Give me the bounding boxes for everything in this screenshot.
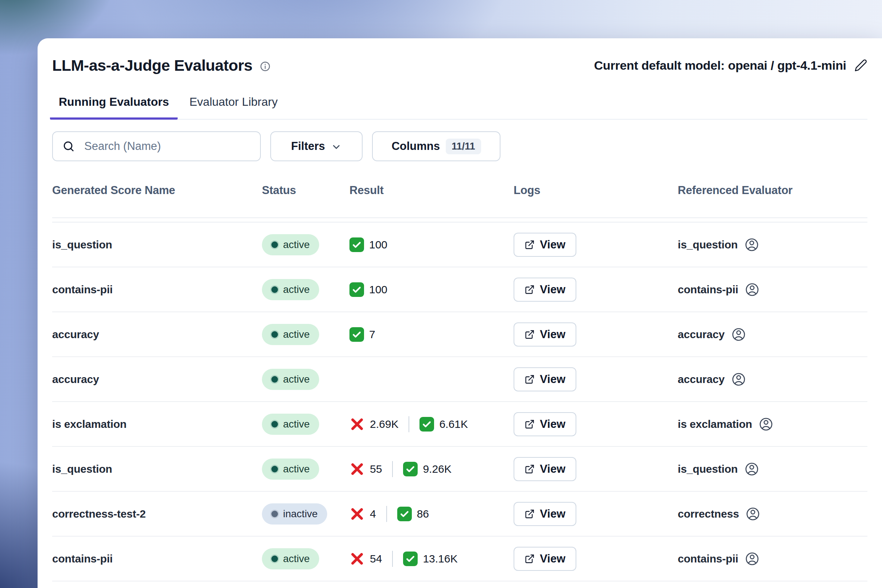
external-link-icon	[525, 240, 535, 250]
score-name: is_question	[52, 463, 262, 475]
search-box	[52, 131, 261, 161]
external-link-icon	[525, 329, 535, 340]
fail-cross-icon	[350, 551, 365, 567]
status-dot-icon	[272, 421, 278, 428]
referenced-evaluator-name: is_question	[678, 463, 738, 475]
status-badge: active	[262, 279, 319, 300]
pass-count: 7	[369, 328, 375, 341]
external-link-icon	[525, 419, 535, 429]
score-name: is_question	[52, 238, 262, 251]
user-circle-icon	[744, 237, 759, 252]
status-dot-icon	[272, 286, 278, 293]
fail-count: 55	[370, 463, 382, 475]
column-header-status: Status	[262, 184, 350, 197]
table-row[interactable]: contains-pii active 54 13.16K View conta…	[52, 537, 867, 581]
score-name: contains-pii	[52, 284, 262, 296]
table-toolbar: Filters Columns 11/11	[52, 131, 867, 161]
status-badge: active	[262, 369, 319, 390]
table-row[interactable]: is_question active 100 View is_question	[52, 222, 867, 267]
status-dot-icon	[272, 242, 278, 248]
pass-count: 13.16K	[423, 553, 458, 565]
user-circle-icon	[731, 372, 746, 387]
fail-cross-icon	[350, 506, 365, 522]
view-logs-button[interactable]: View	[514, 368, 576, 392]
result-divider	[408, 416, 409, 432]
scrolled-row-sliver	[52, 218, 867, 222]
pass-count: 9.26K	[423, 463, 451, 475]
edit-model-icon[interactable]	[854, 59, 867, 72]
referenced-evaluator-name: is exclamation	[678, 418, 752, 430]
table-row[interactable]: is_question active 55 9.26K View is_ques…	[52, 447, 867, 492]
status-badge: active	[262, 459, 319, 480]
external-link-icon	[525, 374, 535, 384]
page-header: LLM-as-a-Judge Evaluators Current defaul…	[52, 38, 867, 75]
table-header-row: Generated Score Name Status Result Logs …	[52, 174, 867, 218]
status-dot-icon	[272, 331, 278, 338]
tab-bar: Running Evaluators Evaluator Library	[50, 95, 867, 120]
column-header-logs: Logs	[514, 184, 678, 197]
pass-check-icon	[397, 507, 412, 521]
score-name: contains-pii	[52, 553, 262, 565]
pass-check-icon	[350, 282, 364, 297]
status-dot-icon	[272, 466, 278, 472]
referenced-evaluator-name: is_question	[678, 238, 738, 251]
referenced-evaluator-name: accuracy	[678, 373, 725, 386]
fail-cross-icon	[350, 461, 365, 477]
chevron-down-icon	[331, 141, 342, 153]
pass-check-icon	[350, 237, 364, 252]
column-header-result: Result	[350, 184, 514, 197]
table-row[interactable]: correctness-test-2 inactive 4 86 View co…	[52, 492, 867, 537]
search-input[interactable]	[52, 131, 261, 161]
referenced-evaluator-name: accuracy	[678, 328, 725, 341]
status-dot-icon	[272, 555, 278, 562]
score-name: accuracy	[52, 328, 262, 341]
pass-count: 86	[417, 508, 429, 520]
external-link-icon	[525, 554, 535, 564]
score-name: accuracy	[52, 373, 262, 386]
view-logs-button[interactable]: View	[514, 502, 576, 526]
table-row[interactable]: contains-pii active 100 View contains-pi…	[52, 267, 867, 312]
referenced-evaluator-name: correctness	[678, 508, 739, 520]
fail-count: 54	[370, 553, 382, 565]
fail-cross-icon	[350, 417, 365, 432]
user-circle-icon	[744, 462, 759, 476]
page-title: LLM-as-a-Judge Evaluators	[52, 57, 252, 74]
view-logs-button[interactable]: View	[514, 457, 576, 481]
filters-button[interactable]: Filters	[270, 131, 363, 161]
status-dot-icon	[272, 511, 278, 517]
external-link-icon	[525, 285, 535, 295]
tab-running-evaluators[interactable]: Running Evaluators	[50, 95, 178, 120]
table-row[interactable]: accuracy active View accuracy	[52, 357, 867, 402]
default-model-label: Current default model: openai / gpt-4.1-…	[594, 58, 846, 73]
view-logs-button[interactable]: View	[514, 233, 576, 257]
view-logs-button[interactable]: View	[514, 412, 576, 436]
status-badge: active	[262, 324, 319, 345]
external-link-icon	[525, 464, 535, 474]
pass-check-icon	[403, 552, 418, 566]
status-badge: inactive	[262, 503, 327, 525]
view-logs-button[interactable]: View	[514, 278, 576, 302]
result-divider	[386, 506, 387, 522]
tab-evaluator-library[interactable]: Evaluator Library	[180, 95, 286, 120]
pass-check-icon	[403, 462, 418, 476]
external-link-icon	[525, 509, 535, 519]
info-icon[interactable]	[260, 61, 271, 72]
status-badge: active	[262, 414, 319, 435]
pass-check-icon	[350, 327, 364, 342]
table-row[interactable]: accuracy active 7 View accuracy	[52, 312, 867, 357]
result-divider	[392, 551, 393, 567]
fail-count: 4	[370, 508, 376, 520]
fail-count: 2.69K	[370, 418, 398, 430]
result-divider	[392, 461, 393, 477]
view-logs-button[interactable]: View	[514, 322, 576, 346]
column-header-name: Generated Score Name	[52, 184, 262, 197]
user-circle-icon	[759, 417, 773, 432]
column-header-referenced: Referenced Evaluator	[678, 184, 867, 197]
view-logs-button[interactable]: View	[514, 547, 576, 571]
columns-count-badge: 11/11	[446, 139, 481, 154]
status-badge: active	[262, 548, 319, 569]
columns-button[interactable]: Columns 11/11	[372, 131, 501, 161]
table-row[interactable]: is exclamation active 2.69K 6.61K View i…	[52, 402, 867, 447]
score-name: correctness-test-2	[52, 508, 262, 520]
referenced-evaluator-name: contains-pii	[678, 284, 738, 296]
